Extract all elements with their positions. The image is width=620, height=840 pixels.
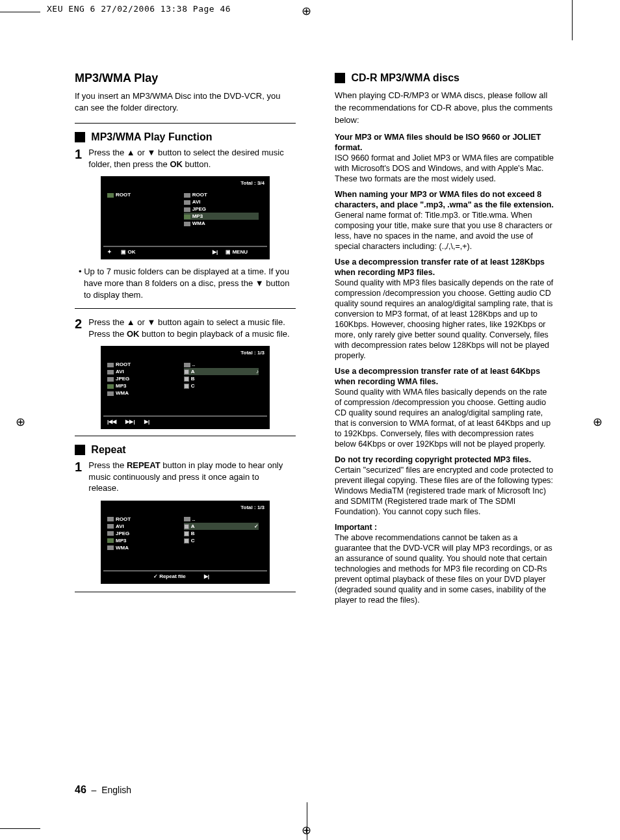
item-label: A <box>191 523 195 529</box>
paragraph: When playing CD-R/MP3 or WMA discs, plea… <box>335 90 556 127</box>
step-number: 1 <box>75 460 86 475</box>
body-text: Sound quality with WMA files basically d… <box>335 387 550 449</box>
osd-row: C <box>184 537 259 544</box>
osd-row: WMA <box>184 220 259 227</box>
item-label: WMA <box>192 220 205 226</box>
osd-total: Total : 1/3 <box>103 348 267 357</box>
item-label: B <box>191 376 195 382</box>
play-icon: ▶| <box>144 419 149 425</box>
file-icon <box>184 384 189 389</box>
registration-mark: ⊕ <box>302 823 311 837</box>
divider <box>75 308 296 309</box>
osd-row: WMA <box>107 544 182 551</box>
item-label: ROOT <box>116 192 131 198</box>
item-label: WMA <box>116 545 129 551</box>
osd-row: JPEG <box>107 530 182 537</box>
osd-row-selected: MP3 <box>184 213 259 220</box>
registration-mark: ⊕ <box>16 415 25 429</box>
divider <box>75 123 296 124</box>
square-bullet-icon <box>75 132 85 142</box>
folder-icon <box>184 200 190 205</box>
folder-icon <box>107 193 114 198</box>
folder-icon <box>184 215 190 219</box>
osd-row: ROOT <box>184 191 259 198</box>
section-cdr-header: CD-R MP3/WMA discs <box>335 72 556 85</box>
folder-icon <box>107 545 114 550</box>
body-text: ISO 9660 format and Joliet MP3 or WMA fi… <box>335 153 554 183</box>
item-label: .. <box>192 516 195 522</box>
item-label: JPEG <box>116 376 129 382</box>
ok-label: OK <box>170 159 183 169</box>
osd-row: AVI <box>107 523 182 530</box>
osd-row-selected: A✓ <box>184 523 259 530</box>
text: Press the <box>88 460 127 470</box>
step-number: 1 <box>75 147 86 162</box>
body-text: Certain "securized" files are encrypted … <box>335 466 553 516</box>
folder-icon <box>184 222 190 226</box>
item-label: WMA <box>116 390 129 396</box>
osd-total: Total : 3/4 <box>103 179 267 187</box>
folder-icon <box>107 370 114 374</box>
page-title: MP3/WMA Play <box>75 72 296 85</box>
text: button. <box>183 159 211 169</box>
file-icon <box>184 524 189 529</box>
paragraph: Your MP3 or WMA files should be ISO 9660… <box>335 132 556 184</box>
folder-icon <box>184 517 190 521</box>
osd-row: .. <box>184 361 259 368</box>
ok-label: OK <box>127 249 135 255</box>
section-play-function-header: MP3/WMA Play Function <box>75 131 296 143</box>
folder-icon <box>107 531 114 536</box>
play-icon: ▶| <box>204 573 209 579</box>
paragraph: Use a decompression transfer rate of at … <box>335 366 556 449</box>
registration-mark: ⊕ <box>593 415 602 429</box>
osd-row: B <box>184 375 259 382</box>
osd-row: AVI <box>107 368 182 375</box>
osd-row: B <box>184 530 259 537</box>
repeat-file-label: ✓ Repeat file <box>153 573 186 579</box>
paragraph: When naming your MP3 or WMA files do not… <box>335 189 556 252</box>
section-title: Repeat <box>91 444 125 456</box>
bold-heading: Your MP3 or WMA files should be ISO 9660… <box>335 133 541 152</box>
file-icon <box>184 531 189 536</box>
osd-row: ROOT <box>107 191 182 198</box>
item-label: JPEG <box>192 206 206 212</box>
music-note-icon: ♪ <box>256 369 259 374</box>
check-icon: ✓ <box>254 523 259 529</box>
item-label: MP3 <box>116 383 126 389</box>
osd-row-selected: A♪ <box>184 368 259 375</box>
bold-heading: Do not try recording copyright protected… <box>335 455 531 464</box>
file-icon <box>184 376 189 382</box>
ok-label: OK <box>127 329 140 339</box>
item-label: ROOT <box>116 516 131 522</box>
item-label: AVI <box>116 523 124 529</box>
divider <box>75 592 296 592</box>
osd-row: ROOT <box>107 516 182 523</box>
osd-row: MP3 <box>107 382 182 389</box>
next-icon: ▶▶| <box>125 419 135 425</box>
square-bullet-icon <box>75 445 85 455</box>
osd-footer: ✦ ▣ OK ▣ MENU ▶| <box>103 246 267 257</box>
file-icon <box>184 369 189 374</box>
osd-total: Total : 1/3 <box>103 503 267 512</box>
item-label: AVI <box>116 369 124 374</box>
dpad-icon: ✦ <box>107 249 112 255</box>
item-label: MP3 <box>192 213 203 219</box>
paragraph: Use a decompression transfer rate of at … <box>335 257 556 361</box>
step-number: 2 <box>75 317 86 332</box>
step-text: Press the REPEAT button in play mode to … <box>88 460 290 494</box>
folder-icon <box>184 193 190 198</box>
body-text: General name format of: Title.mp3. or Ti… <box>335 211 552 251</box>
osd-screenshot-2: Total : 1/3 ROOT AVI JPEG MP3 WMA .. A♪ … <box>101 346 270 429</box>
folder-icon <box>107 524 114 529</box>
folder-icon <box>107 363 114 367</box>
bold-heading: Important : <box>335 523 377 532</box>
osd-screenshot-1: Total : 3/4 ROOT ROOT AVI JPEG MP3 WMA ✦… <box>101 176 270 259</box>
folder-icon <box>184 363 190 367</box>
section-title: MP3/WMA Play Function <box>91 131 212 143</box>
item-label: ROOT <box>116 361 131 367</box>
bold-heading: When naming your MP3 or WMA files do not… <box>335 190 554 209</box>
item-label: C <box>191 383 195 389</box>
paragraph: Do not try recording copyright protected… <box>335 454 556 517</box>
paragraph: Important :The above recommendations can… <box>335 522 556 605</box>
item-label: AVI <box>192 199 201 205</box>
